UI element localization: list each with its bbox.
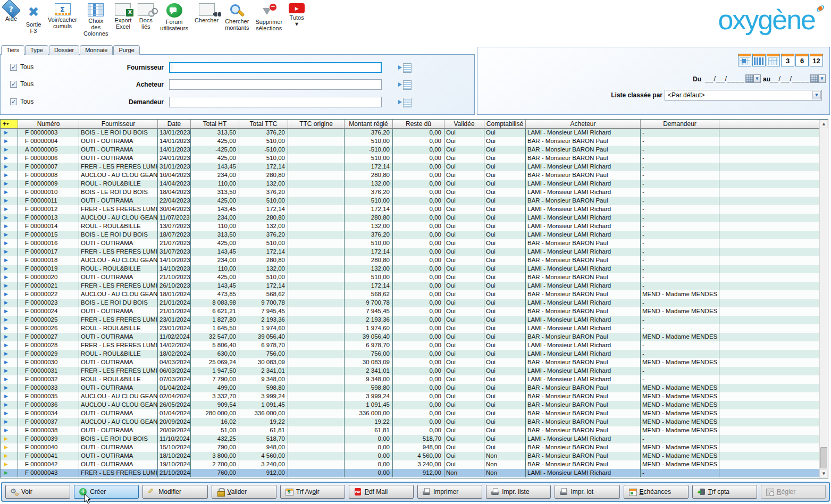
toolbar-button-tutos[interactable]: Tutos▼ xyxy=(286,3,308,27)
modifier-button[interactable]: Modifier xyxy=(142,485,207,499)
date-from-input[interactable]: __/__/____ xyxy=(705,74,744,84)
sort-select[interactable]: <Par défaut> ▼ xyxy=(665,90,822,100)
table-row[interactable]: ▶F 00000011OUTI - OUTIRAMA22/04/2023425,… xyxy=(1,197,828,205)
table-row[interactable]: ▶F 00000032ROUL - ROUL&BILLE07/03/20247 … xyxy=(1,375,828,384)
table-row[interactable]: ▶F 00000020OUTI - OUTIRAMA21/10/2023425,… xyxy=(1,273,828,282)
select-from-list-icon[interactable] xyxy=(398,63,412,72)
calendar-week-button[interactable] xyxy=(752,54,766,66)
column-header-total-ht[interactable]: Total HT xyxy=(191,120,239,129)
toolbar-button-docs[interactable]: Docsliés xyxy=(135,3,157,30)
column-header-validee[interactable]: Validée xyxy=(444,120,484,129)
toolbar-button-montants[interactable]: Cherchermontants xyxy=(222,3,252,31)
date-to-dropdown-icon[interactable]: ▼ xyxy=(818,74,826,83)
pdf-mail-button[interactable]: Pdf Mail xyxy=(349,485,414,499)
toolbar-button-supprimer[interactable]: Supprimersélections xyxy=(252,3,286,31)
toolbar-button-chercher[interactable]: Chercher xyxy=(191,3,222,23)
fournisseur-input[interactable] xyxy=(169,62,382,73)
vertical-scrollbar[interactable]: ▲ ▼ xyxy=(819,120,828,478)
table-row[interactable]: ▶F 00000030OUTI - OUTIRAMA04/03/202425 0… xyxy=(1,358,828,367)
chevron-down-icon[interactable]: ▼ xyxy=(812,91,821,99)
checkbox-checked-icon[interactable] xyxy=(10,64,17,71)
tab-monnaie[interactable]: Monnaie xyxy=(80,45,113,55)
column-header-total-ttc[interactable]: Total TTC xyxy=(239,120,288,129)
date-from-calendar-icon[interactable] xyxy=(745,74,753,83)
calendar-quarter-button[interactable]: 3 xyxy=(781,54,794,66)
table-row[interactable]: ▶F 00000012FRER - LES FRERES LUMI30/04/2… xyxy=(1,205,828,214)
table-row[interactable]: ▶F 00000027OUTI - OUTIRAMA11/02/202432 5… xyxy=(1,333,828,341)
table-row[interactable]: ▶F 00000022AUCLOU - AU CLOU GEAN18/01/20… xyxy=(1,290,828,299)
toolbar-button-aide[interactable]: Aide xyxy=(0,3,22,22)
table-row[interactable]: ▶F 00000033OUTI - OUTIRAMA01/04/2024499,… xyxy=(1,384,828,392)
table-row[interactable]: ▶A 00000005OUTI - OUTIRAMA14/01/2023-425… xyxy=(1,146,828,154)
table-row[interactable]: ▶F 00000036AUCLOU - AU CLOU GEAN26/05/20… xyxy=(1,401,828,409)
table-row[interactable]: ▶F 00000037AUCLOU - AU CLOU GEAN20/09/20… xyxy=(1,418,828,426)
table-row[interactable]: ▶F 00000008AUCLOU - AU CLOU GEAN10/04/20… xyxy=(1,171,828,180)
toolbar-button-cumuls[interactable]: Voir/cachercumuls xyxy=(45,3,80,29)
table-row[interactable]: ▶F 00000031FRER - LES FRERES LUMI06/03/2… xyxy=(1,367,828,375)
table-row[interactable]: ▶F 00000038OUTI - OUTIRAMA20/09/202451,0… xyxy=(1,426,828,435)
table-row[interactable]: ▶F 00000039BOIS - LE ROI DU BOIS11/10/20… xyxy=(1,435,828,443)
calendar-month-button[interactable] xyxy=(767,54,780,66)
table-row[interactable]: ▶F 00000026ROUL - ROUL&BILLE23/01/20241 … xyxy=(1,324,828,333)
impr-lot-button[interactable]: Impr. lot xyxy=(555,485,619,499)
date-to-calendar-icon[interactable] xyxy=(810,74,818,83)
table-row[interactable]: ▶F 00000021FRER - LES FRERES LUMI26/10/2… xyxy=(1,282,828,290)
date-from-dropdown-icon[interactable]: ▼ xyxy=(753,74,761,83)
table-row[interactable]: ▶F 00000015BOIS - LE ROI DU BOIS18/07/20… xyxy=(1,231,828,239)
table-row[interactable]: ▶F 00000006OUTI - OUTIRAMA24/01/2023425,… xyxy=(1,154,828,163)
toolbar-button-sortie[interactable]: SortieF3 xyxy=(22,3,45,34)
column-header-date[interactable]: Date xyxy=(158,120,191,129)
table-row[interactable]: ▶F 00000007FRER - LES FRERES LUMI31/01/2… xyxy=(1,163,828,171)
voir-button[interactable]: Voir xyxy=(5,485,70,499)
checkbox-checked-icon[interactable] xyxy=(10,98,17,105)
tab-purge[interactable]: Purge xyxy=(113,45,139,55)
valider-button[interactable]: Valider xyxy=(212,485,276,499)
table-row[interactable]: ▶F 00000043FRER - LES FRERES LUMI21/10/2… xyxy=(1,469,828,477)
scroll-up-icon[interactable]: ▲ xyxy=(820,120,828,128)
calendar-year-button[interactable]: 12 xyxy=(810,54,823,66)
echeances-button[interactable]: Echéances xyxy=(624,485,689,499)
table-row[interactable]: ▶F 00000016OUTI - OUTIRAMA21/07/2023425,… xyxy=(1,239,828,248)
trf-cpta-button[interactable]: Trf cpta xyxy=(692,485,757,499)
table-row[interactable]: ▶F 00000034OUTI - OUTIRAMA01/04/2024280 … xyxy=(1,409,828,418)
trf-avoir-button[interactable]: Trf Avoir xyxy=(280,485,345,499)
table-row[interactable]: ▶F 00000041OUTI - OUTIRAMA18/10/20243 80… xyxy=(1,452,828,460)
table-row[interactable]: ▶F 00000018AUCLOU - AU CLOU GEAN14/10/20… xyxy=(1,256,828,265)
checkbox-all-fournisseur[interactable]: Tous xyxy=(10,63,33,71)
table-row[interactable]: ▶F 00000017FRER - LES FRERES LUMI31/07/2… xyxy=(1,248,828,256)
table-row[interactable]: ▶F 00000014ROUL - ROUL&BILLE13/07/202311… xyxy=(1,222,828,231)
column-header-reste-du[interactable]: Reste dû xyxy=(393,120,444,129)
tab-type[interactable]: Type xyxy=(25,45,48,55)
table-row[interactable]: ▶F 00000013AUCLOU - AU CLOU GEAN11/07/20… xyxy=(1,214,828,222)
table-row[interactable]: ▶F 00000029ROUL - ROUL&BILLE18/02/202463… xyxy=(1,350,828,358)
table-row[interactable]: ▶F 00000024OUTI - OUTIRAMA21/01/20246 62… xyxy=(1,307,828,316)
table-row[interactable]: ▶F 00000025FRER - LES FRERES LUMI23/01/2… xyxy=(1,316,828,324)
impr-liste-button[interactable]: Impr. liste xyxy=(486,485,551,499)
table-row[interactable]: ▶F 00000028FRER - LES FRERES LUMI14/02/2… xyxy=(1,341,828,350)
tab-tiers[interactable]: Tiers xyxy=(1,45,24,55)
table-row[interactable]: ▶F 00000035AUCLOU - AU CLOU GEAN02/04/20… xyxy=(1,392,828,401)
toolbar-button-colonnes[interactable]: ChoixdesColonnes xyxy=(80,3,111,37)
toolbar-button-excel[interactable]: ExportExcel xyxy=(112,3,135,30)
select-from-list-icon[interactable] xyxy=(398,80,412,89)
tab-dossier[interactable]: Dossier xyxy=(49,45,79,55)
chevron-down-icon[interactable]: ▼ xyxy=(295,22,298,27)
toolbar-button-forum[interactable]: Forumutilisateurs xyxy=(157,3,191,31)
table-row[interactable]: ▶F 00000009ROUL - ROUL&BILLE14/04/202311… xyxy=(1,180,828,188)
column-header-demandeur[interactable]: Demandeur xyxy=(641,120,719,129)
column-header-ttc-origine[interactable]: TTC origine xyxy=(288,120,345,129)
column-header-comptabilise[interactable]: Comptabilisé xyxy=(484,120,526,129)
table-row[interactable]: ▶F 00000023BOIS - LE ROI DU BOIS21/01/20… xyxy=(1,299,828,307)
column-header-numero[interactable]: Numéro xyxy=(18,120,79,129)
table-corner-plus-button[interactable]: +▼ xyxy=(1,120,18,129)
calendar-semester-button[interactable]: 6 xyxy=(795,54,809,66)
column-header-fournisseur[interactable]: Fournisseur xyxy=(79,120,158,129)
checkbox-all-demandeur[interactable]: Tous xyxy=(10,98,33,105)
table-row[interactable]: ▶F 00000019ROUL - ROUL&BILLE14/10/202311… xyxy=(1,265,828,273)
checkbox-checked-icon[interactable] xyxy=(10,81,17,88)
column-header-montant-regle[interactable]: Montant réglé xyxy=(345,120,393,129)
table-row[interactable]: ▶F 00000003BOIS - LE ROI DU BOIS13/01/20… xyxy=(1,129,828,137)
table-row[interactable]: ▶F 00000004OUTI - OUTIRAMA14/01/2023425,… xyxy=(1,137,828,146)
table-row[interactable]: ▶F 00000040OUTI - OUTIRAMA15/10/2024790,… xyxy=(1,443,828,452)
scroll-down-icon[interactable]: ▼ xyxy=(820,469,828,478)
